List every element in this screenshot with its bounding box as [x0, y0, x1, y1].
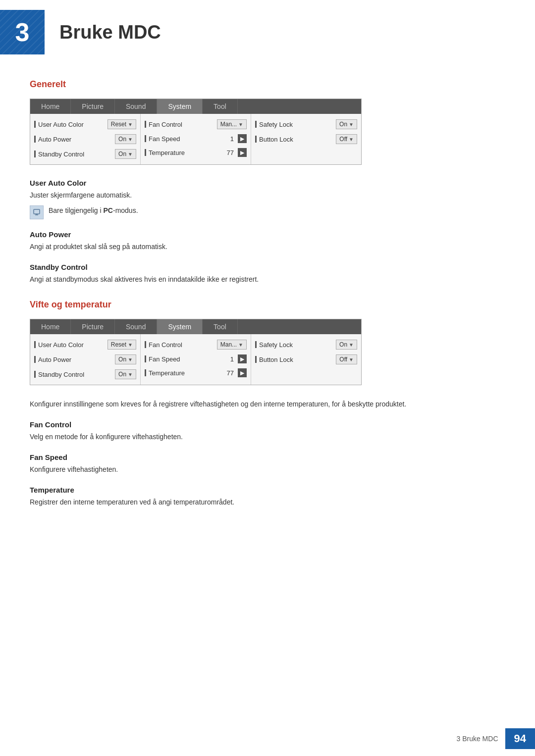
- menu-row-standby-control: Standby Control On ▼: [30, 147, 140, 161]
- subsection-title-fan-control: Fan Control: [30, 420, 505, 429]
- menu-col2-2: Fan Control Man... ▼ Fan Speed 1 ▶: [141, 334, 251, 385]
- menu-bar-icon: [255, 341, 257, 348]
- nav-arrow2-fan-speed[interactable]: ▶: [238, 354, 247, 363]
- menu-bar-icon: [255, 121, 257, 128]
- page-footer: 3 Bruke MDC 94: [0, 721, 535, 756]
- label-standby-control: Standby Control: [38, 151, 115, 158]
- tab2-system[interactable]: System: [157, 319, 203, 334]
- label-user-auto-color: User Auto Color: [38, 121, 107, 128]
- value-temperature[interactable]: 77 ▶: [227, 148, 247, 157]
- menu-row2-button-lock: Button Lock Off ▼: [251, 352, 361, 367]
- dropdown-reset[interactable]: Reset ▼: [107, 119, 136, 129]
- generelt-heading: Generelt: [30, 79, 505, 90]
- subsection-fan-control: Fan Control Velg en metode for å konfigu…: [30, 420, 505, 442]
- menu-table-vifte: Home Picture Sound System Tool User Auto…: [30, 319, 362, 385]
- value2-auto-power[interactable]: On ▼: [115, 354, 136, 364]
- value2-button-lock[interactable]: Off ▼: [336, 354, 357, 364]
- nav-arrow2-temperature[interactable]: ▶: [238, 368, 247, 377]
- menu-tabs-vifte: Home Picture Sound System Tool: [30, 319, 361, 334]
- subsection-title-user-auto-color: User Auto Color: [30, 179, 505, 187]
- dropdown-arrow: ▼: [349, 357, 354, 362]
- tab2-sound[interactable]: Sound: [115, 319, 157, 334]
- subsection-title-standby-control: Standby Control: [30, 263, 505, 271]
- tab-tool[interactable]: Tool: [203, 99, 238, 114]
- dropdown2-man[interactable]: Man... ▼: [217, 340, 247, 350]
- dropdown-off-button[interactable]: Off ▼: [336, 134, 357, 144]
- value-fan-control[interactable]: Man... ▼: [217, 119, 247, 129]
- menu-row-fan-speed: Fan Speed 1 ▶: [141, 132, 251, 146]
- dropdown-arrow: ▼: [349, 137, 354, 142]
- dropdown-on-standby[interactable]: On ▼: [115, 149, 136, 159]
- value2-safety-lock[interactable]: On ▼: [336, 340, 357, 350]
- subsection-text-vifte-intro: Konfigurer innstillingene som kreves for…: [30, 399, 505, 409]
- menu-bar-icon: [145, 135, 146, 142]
- dropdown2-on-safety[interactable]: On ▼: [336, 340, 357, 350]
- dropdown2-on-standby[interactable]: On ▼: [115, 369, 136, 379]
- dropdown2-on-autopower[interactable]: On ▼: [115, 354, 136, 364]
- tab2-picture[interactable]: Picture: [71, 319, 115, 334]
- value2-user-auto-color[interactable]: Reset ▼: [107, 340, 136, 350]
- menu-body-vifte: User Auto Color Reset ▼ Auto Power On ▼: [30, 334, 361, 385]
- nav-arrow-fan-speed[interactable]: ▶: [238, 134, 247, 143]
- dropdown-arrow: ▼: [128, 342, 133, 348]
- dropdown-man[interactable]: Man... ▼: [217, 119, 247, 129]
- value-user-auto-color[interactable]: Reset ▼: [107, 119, 136, 129]
- dropdown-on-autopower[interactable]: On ▼: [115, 134, 136, 144]
- dropdown2-off-button[interactable]: Off ▼: [336, 354, 357, 364]
- page-header: 3 Bruke MDC: [0, 0, 535, 64]
- note-icon: [30, 205, 44, 219]
- svg-rect-0: [34, 209, 40, 214]
- menu-bar-icon: [145, 149, 146, 156]
- value2-standby-control[interactable]: On ▼: [115, 369, 136, 379]
- value2-fan-speed[interactable]: 1 ▶: [230, 354, 247, 363]
- value2-fan-control[interactable]: Man... ▼: [217, 340, 247, 350]
- menu-row2-fan-control: Fan Control Man... ▼: [141, 337, 251, 352]
- subsection-vifte-intro: Konfigurer innstillingene som kreves for…: [30, 399, 505, 409]
- menu-tabs-generelt: Home Picture Sound System Tool: [30, 99, 361, 114]
- menu-bar-icon: [145, 355, 146, 362]
- value-safety-lock[interactable]: On ▼: [336, 119, 357, 129]
- nav-arrow-temperature[interactable]: ▶: [238, 148, 247, 157]
- menu-row2-user-auto-color: User Auto Color Reset ▼: [30, 337, 140, 352]
- menu-row-user-auto-color: User Auto Color Reset ▼: [30, 117, 140, 132]
- label2-auto-power: Auto Power: [38, 356, 115, 363]
- value2-temperature[interactable]: 77 ▶: [227, 368, 247, 377]
- menu-col2-1: User Auto Color Reset ▼ Auto Power On ▼: [30, 334, 141, 385]
- menu-bar-icon: [145, 121, 146, 128]
- tab-sound[interactable]: Sound: [115, 99, 157, 114]
- footer-page-number: 94: [505, 728, 535, 749]
- vifte-heading: Vifte og temperatur: [30, 300, 505, 310]
- menu-bar-icon: [34, 356, 36, 363]
- tab2-home[interactable]: Home: [30, 319, 71, 334]
- menu-row2-standby-control: Standby Control On ▼: [30, 367, 140, 382]
- note-box-pc: Bare tilgjengelig i PC-modus.: [30, 205, 505, 219]
- tab-picture[interactable]: Picture: [71, 99, 115, 114]
- dropdown-on-safety[interactable]: On ▼: [336, 119, 357, 129]
- menu-row2-fan-speed: Fan Speed 1 ▶: [141, 352, 251, 366]
- subsection-text-fan-speed: Konfigurere viftehastigheten.: [30, 464, 505, 475]
- section-vifte: Vifte og temperatur Home Picture Sound S…: [30, 300, 505, 507]
- menu-row-temperature: Temperature 77 ▶: [141, 146, 251, 159]
- label2-safety-lock: Safety Lock: [259, 341, 336, 349]
- tab2-tool[interactable]: Tool: [203, 319, 238, 334]
- dropdown-arrow: ▼: [128, 122, 133, 127]
- main-content: Generelt Home Picture Sound System Tool …: [0, 79, 535, 548]
- label-fan-speed: Fan Speed: [149, 135, 230, 143]
- footer-text: 3 Bruke MDC: [456, 735, 498, 743]
- dropdown2-reset[interactable]: Reset ▼: [107, 340, 136, 350]
- value-auto-power[interactable]: On ▼: [115, 134, 136, 144]
- menu-col2-3: Safety Lock On ▼ Button Lock Off ▼: [251, 334, 361, 385]
- dropdown-arrow: ▼: [128, 151, 133, 157]
- menu-bar-icon: [34, 341, 36, 348]
- value-button-lock[interactable]: Off ▼: [336, 134, 357, 144]
- label2-fan-control: Fan Control: [149, 341, 217, 349]
- value-fan-speed[interactable]: 1 ▶: [230, 134, 247, 143]
- subsection-fan-speed: Fan Speed Konfigurere viftehastigheten.: [30, 453, 505, 475]
- value-standby-control[interactable]: On ▼: [115, 149, 136, 159]
- subsection-user-auto-color: User Auto Color Juster skjermfargene aut…: [30, 179, 505, 219]
- subsection-title-fan-speed: Fan Speed: [30, 453, 505, 461]
- menu-bar-icon: [255, 136, 257, 143]
- menu-table-generelt: Home Picture Sound System Tool User Auto…: [30, 99, 362, 165]
- tab-home[interactable]: Home: [30, 99, 71, 114]
- tab-system[interactable]: System: [157, 99, 203, 114]
